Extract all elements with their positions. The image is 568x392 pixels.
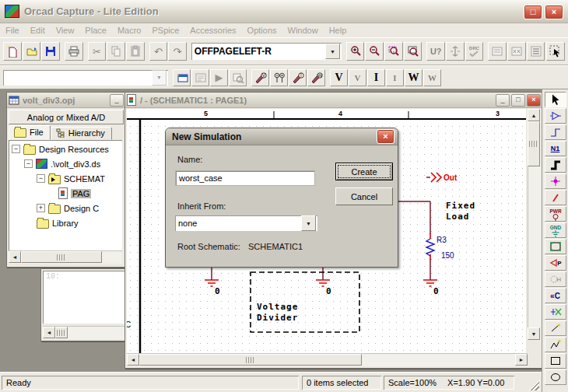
open-button[interactable] <box>23 42 41 61</box>
place-hierarchical-block-tool[interactable] <box>545 239 566 254</box>
menu-edit[interactable]: Edit <box>25 24 51 37</box>
tab-hierarchy[interactable]: Hierarchy <box>51 127 112 140</box>
zoom-all-button[interactable] <box>404 42 422 61</box>
place-rectangle-tool[interactable] <box>545 353 566 369</box>
ground-net-label[interactable]: 0 <box>326 286 331 296</box>
tree-item-design-cache[interactable]: + Design C <box>37 201 99 215</box>
place-hierarchical-pin-tool[interactable]: H <box>545 271 566 287</box>
menu-file[interactable]: File <box>0 24 25 37</box>
bias-power-suppress-toggle[interactable]: W <box>423 69 441 86</box>
ground-net-label[interactable]: 0 <box>433 286 439 296</box>
collapse-expander[interactable]: − <box>24 159 33 168</box>
schematic-vscrollbar[interactable]: ▲ ▼ <box>528 109 541 340</box>
simulation-profile-combobox[interactable]: ▼ <box>3 70 168 86</box>
ground-net-label[interactable]: 0 <box>215 286 220 296</box>
place-hierarchical-port-tool[interactable]: P <box>545 255 566 271</box>
select-tool[interactable] <box>545 92 566 107</box>
collapse-expander[interactable]: − <box>37 174 45 183</box>
bias-voltage-toggle[interactable]: V <box>330 69 348 86</box>
schematic-window-titlebar[interactable]: / - (SCHEMATIC1 : PAGE1) _ □ × <box>125 93 542 108</box>
part-name-combobox[interactable]: OFFPAGELEFT-R ▼ <box>191 43 342 60</box>
scroll-left-button[interactable]: ◄ <box>127 354 139 366</box>
schematic-maximize-button[interactable]: □ <box>511 94 525 107</box>
collapse-expander[interactable]: − <box>12 145 20 153</box>
menu-accessories[interactable]: Accessories <box>184 24 241 37</box>
project-tree-hscrollbar[interactable]: ◄ <box>9 250 122 264</box>
new-simulation-profile-button[interactable] <box>173 69 191 86</box>
current-marker-button[interactable]: I <box>289 69 307 86</box>
power-marker-button[interactable]: W <box>307 69 325 86</box>
edit-simulation-profile-button[interactable] <box>191 69 209 86</box>
simulation-profile-dropdown-button[interactable]: ▼ <box>152 70 167 86</box>
design-rules-check-button[interactable]: DRC <box>465 42 484 61</box>
voltage-marker-button[interactable]: V <box>251 69 269 86</box>
resistor-value[interactable]: 150 <box>441 250 454 261</box>
divider-annotation-line2[interactable]: Divider <box>257 313 298 323</box>
schematic-minimize-button[interactable]: _ <box>496 94 510 107</box>
zoom-out-button[interactable] <box>365 42 384 61</box>
menu-options[interactable]: Options <box>242 24 282 37</box>
place-ellipse-tool[interactable] <box>545 369 566 385</box>
close-button[interactable]: × <box>545 5 563 19</box>
back-annotate-button[interactable] <box>446 42 465 61</box>
divider-annotation-line1[interactable]: Voltage <box>257 302 298 312</box>
tree-item-schematic[interactable]: − SCHEMAT <box>37 172 105 185</box>
place-junction-tool[interactable] <box>545 173 566 189</box>
offpage-port-label[interactable]: Out <box>444 173 457 183</box>
annotate-button[interactable]: U? <box>426 42 445 61</box>
scrollbar-thumb[interactable] <box>139 354 362 366</box>
create-netlist-button[interactable] <box>488 42 507 61</box>
cancel-button[interactable]: Cancel <box>335 187 393 205</box>
tree-item-design-resources[interactable]: − Design Resources <box>12 142 109 156</box>
paste-button[interactable] <box>126 42 145 61</box>
scroll-left-button[interactable]: ◄ <box>9 251 21 263</box>
expand-expander[interactable]: + <box>37 204 45 212</box>
view-simulation-results-button[interactable] <box>229 69 247 86</box>
dialog-close-button[interactable]: × <box>377 129 394 144</box>
cross-reference-button[interactable] <box>507 42 526 61</box>
fixed-load-annotation-line2[interactable]: Load <box>446 212 470 222</box>
zoom-in-button[interactable] <box>346 42 365 61</box>
resize-grip[interactable] <box>529 380 539 390</box>
menu-place[interactable]: Place <box>79 24 112 37</box>
print-button[interactable] <box>65 42 83 61</box>
resistor-symbol[interactable] <box>426 233 434 260</box>
menu-help[interactable]: Help <box>324 24 352 37</box>
bias-current-toggle[interactable]: I <box>367 69 385 86</box>
menu-pspice[interactable]: PSpice <box>146 24 184 37</box>
simulation-name-input[interactable] <box>175 170 315 186</box>
maximize-button[interactable]: □ <box>524 5 542 19</box>
scroll-left-button[interactable]: ◄ <box>43 327 55 338</box>
menu-window[interactable]: Window <box>282 24 324 37</box>
place-net-alias-tool[interactable]: N1 <box>545 141 566 156</box>
tree-item-page1[interactable]: PAG <box>58 187 91 200</box>
save-button[interactable] <box>41 42 60 61</box>
menu-macro[interactable]: Macro <box>112 24 147 37</box>
place-bus-entry-tool[interactable] <box>545 190 566 205</box>
place-offpage-connector-tool[interactable]: «C <box>545 288 566 303</box>
fixed-load-annotation-line1[interactable]: Fixed <box>446 201 475 211</box>
zoom-area-button[interactable] <box>384 42 403 61</box>
bill-of-materials-button[interactable] <box>527 42 545 61</box>
copy-button[interactable] <box>107 42 125 61</box>
resistor-refdes[interactable]: R3 <box>437 235 447 245</box>
create-button[interactable]: Create <box>335 163 393 180</box>
place-part-tool[interactable] <box>545 108 566 124</box>
run-pspice-button[interactable]: ▶ <box>210 69 228 86</box>
place-line-tool[interactable] <box>545 320 566 336</box>
place-polyline-tool[interactable] <box>545 337 566 352</box>
place-power-tool[interactable]: PWR <box>545 206 566 222</box>
bias-voltage-suppress-toggle[interactable]: V <box>349 69 366 86</box>
tab-file[interactable]: File <box>9 125 51 140</box>
session-log-hscrollbar[interactable]: ◄ <box>43 326 130 339</box>
project-minimize-button[interactable]: _ <box>110 94 124 107</box>
tree-item-library[interactable]: Library <box>37 216 79 229</box>
scroll-down-button[interactable]: ▼ <box>528 327 540 340</box>
redo-button[interactable]: ↷ <box>168 42 187 61</box>
undo-button[interactable]: ↶ <box>149 42 168 61</box>
bias-current-suppress-toggle[interactable]: I <box>386 69 404 86</box>
place-no-connect-tool[interactable] <box>545 304 566 320</box>
inherit-from-combobox[interactable]: none ▼ <box>175 215 317 231</box>
dialog-titlebar[interactable]: New Simulation × <box>166 128 398 145</box>
snap-to-grid-button[interactable] <box>546 42 565 61</box>
